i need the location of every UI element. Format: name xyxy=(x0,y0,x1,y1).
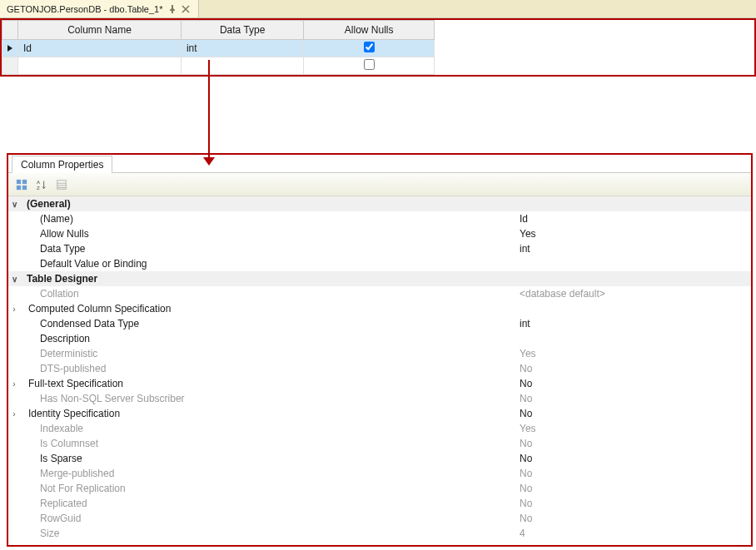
property-row[interactable]: Description xyxy=(8,331,751,346)
svg-text:Z: Z xyxy=(37,185,40,191)
row-selector[interactable] xyxy=(2,57,18,75)
alphabetical-icon[interactable]: AZ xyxy=(33,176,50,193)
property-name: Has Non-SQL Server Subscriber xyxy=(20,393,520,404)
column-properties-panel-highlight: Column Properties AZ ∨(General)(Name)IdA… xyxy=(7,153,753,547)
property-name: Allow Nulls xyxy=(20,228,520,240)
property-name: Merge-published xyxy=(20,468,520,479)
annotation-arrow-head-icon xyxy=(203,157,215,166)
property-section-label: (General) xyxy=(20,198,520,210)
property-row[interactable]: (Name)Id xyxy=(8,211,751,226)
column-properties-tab[interactable]: Column Properties xyxy=(12,156,112,173)
cell-data-type[interactable] xyxy=(181,57,303,75)
chevron-down-icon[interactable]: ∨ xyxy=(8,200,20,209)
property-value: No xyxy=(520,393,746,404)
cell-column-name[interactable] xyxy=(18,57,182,75)
chevron-right-icon[interactable]: › xyxy=(8,379,20,389)
property-name: Replicated xyxy=(20,498,520,509)
annotation-arrow-line xyxy=(208,60,210,160)
property-value: No xyxy=(520,498,746,509)
property-row[interactable]: ›Computed Column Specification xyxy=(8,301,751,316)
property-name: Condensed Data Type xyxy=(20,318,520,330)
categorized-icon[interactable] xyxy=(13,176,30,193)
property-value: No xyxy=(520,363,746,374)
annotation-arrow-area xyxy=(0,77,756,151)
property-value: 4 xyxy=(520,528,746,539)
property-row[interactable]: Not For ReplicationNo xyxy=(8,481,751,496)
property-name: Indexable xyxy=(20,423,520,434)
allow-nulls-checkbox[interactable] xyxy=(364,42,375,52)
property-row[interactable]: Condensed Data Typeint xyxy=(8,316,751,331)
property-value[interactable]: No xyxy=(520,408,746,419)
designer-row[interactable] xyxy=(2,57,435,75)
property-row[interactable]: ReplicatedNo xyxy=(8,496,751,511)
property-section-label: Table Designer xyxy=(20,273,520,285)
property-row[interactable]: IndexableYes xyxy=(8,421,751,436)
property-name: Description xyxy=(20,333,520,344)
property-row[interactable]: DTS-publishedNo xyxy=(8,361,751,376)
cell-column-name[interactable]: Id xyxy=(18,40,182,57)
pin-icon[interactable] xyxy=(168,5,177,13)
property-name: Collation xyxy=(20,288,520,300)
chevron-down-icon[interactable]: ∨ xyxy=(8,275,20,284)
property-row[interactable]: Default Value or Binding xyxy=(8,256,751,271)
chevron-right-icon[interactable]: › xyxy=(8,409,20,419)
row-selector[interactable] xyxy=(2,40,18,57)
property-name: Is Columnset xyxy=(20,438,520,449)
property-row[interactable]: Has Non-SQL Server SubscriberNo xyxy=(8,391,751,406)
property-name: Identity Specification xyxy=(20,408,520,419)
property-name: RowGuid xyxy=(20,513,520,524)
property-value[interactable]: int xyxy=(520,243,746,255)
chevron-right-icon[interactable]: › xyxy=(8,305,20,314)
property-row[interactable]: ›Full-text SpecificationNo xyxy=(8,376,751,391)
property-row[interactable]: RowGuidNo xyxy=(8,511,751,526)
property-row[interactable]: Collation<database default> xyxy=(8,286,751,301)
property-pages-icon[interactable] xyxy=(53,176,70,193)
property-name: Default Value or Binding xyxy=(20,258,520,270)
property-value[interactable]: Id xyxy=(520,213,746,225)
header-column-name: Column Name xyxy=(18,21,182,40)
property-name: Not For Replication xyxy=(20,483,520,494)
cell-allow-nulls[interactable] xyxy=(304,57,435,75)
property-row[interactable]: Is SparseNo xyxy=(8,451,751,466)
property-section-header[interactable]: ∨Table Designer xyxy=(8,271,751,286)
property-value[interactable]: Yes xyxy=(520,228,746,240)
property-value: <database default> xyxy=(520,288,746,300)
table-designer-grid[interactable]: Column Name Data Type Allow Nulls Idint xyxy=(2,20,435,75)
property-row[interactable]: Size4 xyxy=(8,526,751,541)
document-tab[interactable]: GETONJOB.PersonDB - dbo.Table_1* xyxy=(0,0,199,17)
property-name: Computed Column Specification xyxy=(20,303,520,315)
current-row-icon xyxy=(7,45,12,52)
svg-rect-0 xyxy=(17,179,21,183)
cell-allow-nulls[interactable] xyxy=(304,40,435,57)
designer-row[interactable]: Idint xyxy=(2,40,435,57)
property-value[interactable]: No xyxy=(520,453,746,464)
property-row[interactable]: DeterministicYes xyxy=(8,346,751,361)
property-row[interactable]: ›Identity SpecificationNo xyxy=(8,406,751,421)
property-row[interactable]: Merge-publishedNo xyxy=(8,466,751,481)
header-data-type: Data Type xyxy=(181,21,303,40)
column-properties-tab-label: Column Properties xyxy=(21,159,103,171)
svg-rect-2 xyxy=(17,185,21,189)
property-value: No xyxy=(520,468,746,479)
cell-data-type[interactable]: int xyxy=(181,40,303,57)
svg-text:A: A xyxy=(37,179,41,185)
svg-rect-3 xyxy=(22,185,27,189)
property-value: No xyxy=(520,483,746,494)
property-value[interactable]: int xyxy=(520,318,746,330)
document-tab-title: GETONJOB.PersonDB - dbo.Table_1* xyxy=(7,4,163,14)
header-allow-nulls: Allow Nulls xyxy=(304,21,435,40)
property-grid[interactable]: ∨(General)(Name)IdAllow NullsYesData Typ… xyxy=(8,196,751,545)
property-value[interactable]: No xyxy=(520,378,746,389)
allow-nulls-checkbox[interactable] xyxy=(364,59,375,70)
property-name: (Name) xyxy=(20,213,520,225)
property-name: Full-text Specification xyxy=(20,378,520,389)
property-row[interactable]: Allow NullsYes xyxy=(8,226,751,241)
property-section-header[interactable]: ∨(General) xyxy=(8,196,751,211)
property-row[interactable]: Data Typeint xyxy=(8,241,751,256)
property-value: Yes xyxy=(520,423,746,434)
property-name: Data Type xyxy=(20,243,520,255)
close-icon[interactable] xyxy=(182,5,190,13)
property-name: DTS-published xyxy=(20,363,520,374)
property-value: No xyxy=(520,438,746,449)
property-row[interactable]: Is ColumnsetNo xyxy=(8,436,751,451)
